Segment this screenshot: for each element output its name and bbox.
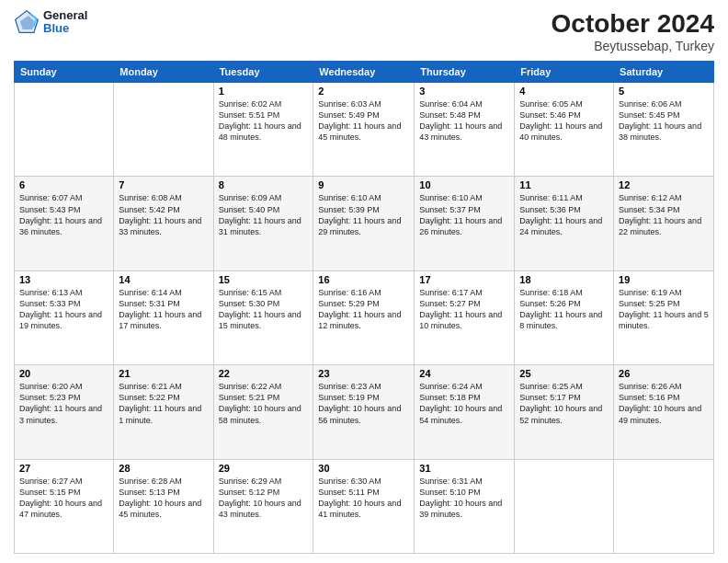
day-number: 12 <box>619 179 709 190</box>
day-number: 10 <box>419 179 509 190</box>
day-number: 15 <box>219 274 309 285</box>
day-number: 17 <box>419 274 509 285</box>
day-info: Sunrise: 6:28 AMSunset: 5:13 PMDaylight:… <box>119 476 208 521</box>
calendar-cell-2-6: 11Sunrise: 6:11 AMSunset: 5:36 PMDayligh… <box>515 177 614 270</box>
day-info: Sunrise: 6:20 AMSunset: 5:23 PMDaylight:… <box>19 381 108 426</box>
calendar-cell-5-4: 30Sunrise: 6:30 AMSunset: 5:11 PMDayligh… <box>313 459 415 553</box>
day-info: Sunrise: 6:06 AMSunset: 5:45 PMDaylight:… <box>619 98 709 144</box>
calendar-cell-5-2: 28Sunrise: 6:28 AMSunset: 5:13 PMDayligh… <box>114 459 213 553</box>
calendar-cell-2-4: 9Sunrise: 6:10 AMSunset: 5:39 PMDaylight… <box>313 177 415 270</box>
day-info: Sunrise: 6:07 AMSunset: 5:43 PMDaylight:… <box>19 192 108 237</box>
logo-text: General Blue <box>43 9 87 36</box>
day-info: Sunrise: 6:31 AMSunset: 5:10 PMDaylight:… <box>419 476 509 521</box>
day-info: Sunrise: 6:29 AMSunset: 5:12 PMDaylight:… <box>219 476 309 521</box>
day-info: Sunrise: 6:09 AMSunset: 5:40 PMDaylight:… <box>219 192 309 237</box>
logo: General Blue <box>14 9 87 36</box>
top-section: General Blue October 2024 Beytussebap, T… <box>14 9 714 53</box>
calendar-cell-3-1: 13Sunrise: 6:13 AMSunset: 5:33 PMDayligh… <box>15 270 114 364</box>
day-number: 11 <box>519 179 609 190</box>
calendar-cell-4-7: 26Sunrise: 6:26 AMSunset: 5:16 PMDayligh… <box>614 365 714 459</box>
day-number: 5 <box>619 86 709 97</box>
calendar-cell-3-5: 17Sunrise: 6:17 AMSunset: 5:27 PMDayligh… <box>415 270 515 364</box>
day-number: 2 <box>318 86 409 97</box>
day-info: Sunrise: 6:11 AMSunset: 5:36 PMDaylight:… <box>519 192 609 237</box>
calendar-cell-4-6: 25Sunrise: 6:25 AMSunset: 5:17 PMDayligh… <box>515 365 614 459</box>
calendar-cell-4-3: 22Sunrise: 6:22 AMSunset: 5:21 PMDayligh… <box>213 365 313 459</box>
calendar-cell-1-2 <box>114 83 213 177</box>
day-number: 30 <box>318 463 409 474</box>
logo-line2: Blue <box>43 21 69 35</box>
calendar-cell-2-5: 10Sunrise: 6:10 AMSunset: 5:37 PMDayligh… <box>415 177 515 270</box>
day-info: Sunrise: 6:03 AMSunset: 5:49 PMDaylight:… <box>318 98 409 144</box>
day-info: Sunrise: 6:05 AMSunset: 5:46 PMDaylight:… <box>519 98 609 144</box>
calendar-cell-4-5: 24Sunrise: 6:24 AMSunset: 5:18 PMDayligh… <box>415 365 515 459</box>
calendar-cell-5-3: 29Sunrise: 6:29 AMSunset: 5:12 PMDayligh… <box>213 459 313 553</box>
day-number: 19 <box>619 274 709 285</box>
calendar-cell-4-1: 20Sunrise: 6:20 AMSunset: 5:23 PMDayligh… <box>15 365 114 459</box>
day-info: Sunrise: 6:19 AMSunset: 5:25 PMDaylight:… <box>619 287 709 332</box>
page: General Blue October 2024 Beytussebap, T… <box>0 0 728 563</box>
day-number: 24 <box>419 368 509 379</box>
calendar-cell-5-5: 31Sunrise: 6:31 AMSunset: 5:10 PMDayligh… <box>415 459 515 553</box>
day-info: Sunrise: 6:10 AMSunset: 5:37 PMDaylight:… <box>419 192 509 237</box>
day-number: 8 <box>219 179 309 190</box>
day-number: 22 <box>219 368 309 379</box>
calendar-cell-3-7: 19Sunrise: 6:19 AMSunset: 5:25 PMDayligh… <box>614 270 714 364</box>
calendar-cell-2-3: 8Sunrise: 6:09 AMSunset: 5:40 PMDaylight… <box>213 177 313 270</box>
day-info: Sunrise: 6:10 AMSunset: 5:39 PMDaylight:… <box>318 192 409 237</box>
day-number: 4 <box>519 86 609 97</box>
header-tuesday: Tuesday <box>213 62 313 83</box>
day-info: Sunrise: 6:21 AMSunset: 5:22 PMDaylight:… <box>119 381 208 426</box>
calendar-cell-3-3: 15Sunrise: 6:15 AMSunset: 5:30 PMDayligh… <box>213 270 313 364</box>
calendar-cell-5-6 <box>515 459 614 553</box>
calendar-cell-1-5: 3Sunrise: 6:04 AMSunset: 5:48 PMDaylight… <box>415 83 515 177</box>
day-info: Sunrise: 6:02 AMSunset: 5:51 PMDaylight:… <box>219 98 309 144</box>
day-info: Sunrise: 6:27 AMSunset: 5:15 PMDaylight:… <box>19 476 108 521</box>
day-info: Sunrise: 6:26 AMSunset: 5:16 PMDaylight:… <box>619 381 709 426</box>
day-info: Sunrise: 6:30 AMSunset: 5:11 PMDaylight:… <box>318 476 409 521</box>
header-wednesday: Wednesday <box>313 62 415 83</box>
calendar-cell-3-2: 14Sunrise: 6:14 AMSunset: 5:31 PMDayligh… <box>114 270 213 364</box>
day-number: 23 <box>318 368 409 379</box>
calendar-cell-3-4: 16Sunrise: 6:16 AMSunset: 5:29 PMDayligh… <box>313 270 415 364</box>
day-number: 6 <box>19 179 108 190</box>
header-thursday: Thursday <box>415 62 515 83</box>
day-number: 3 <box>419 86 509 97</box>
calendar-cell-1-7: 5Sunrise: 6:06 AMSunset: 5:45 PMDaylight… <box>614 83 714 177</box>
day-number: 25 <box>519 368 609 379</box>
day-number: 1 <box>219 86 309 97</box>
day-info: Sunrise: 6:18 AMSunset: 5:26 PMDaylight:… <box>519 287 609 332</box>
location-subtitle: Beytussebap, Turkey <box>552 39 714 53</box>
calendar-cell-1-3: 1Sunrise: 6:02 AMSunset: 5:51 PMDaylight… <box>213 83 313 177</box>
day-info: Sunrise: 6:24 AMSunset: 5:18 PMDaylight:… <box>419 381 509 426</box>
calendar-week-3: 13Sunrise: 6:13 AMSunset: 5:33 PMDayligh… <box>15 270 714 364</box>
day-info: Sunrise: 6:04 AMSunset: 5:48 PMDaylight:… <box>419 98 509 144</box>
calendar-table: Sunday Monday Tuesday Wednesday Thursday… <box>14 61 714 554</box>
day-number: 26 <box>619 368 709 379</box>
calendar-week-2: 6Sunrise: 6:07 AMSunset: 5:43 PMDaylight… <box>15 177 714 270</box>
day-info: Sunrise: 6:14 AMSunset: 5:31 PMDaylight:… <box>119 287 208 332</box>
calendar-week-1: 1Sunrise: 6:02 AMSunset: 5:51 PMDaylight… <box>15 83 714 177</box>
calendar-cell-4-4: 23Sunrise: 6:23 AMSunset: 5:19 PMDayligh… <box>313 365 415 459</box>
logo-line1: General <box>43 8 87 22</box>
title-section: October 2024 Beytussebap, Turkey <box>552 9 714 53</box>
day-number: 28 <box>119 463 208 474</box>
calendar-cell-4-2: 21Sunrise: 6:21 AMSunset: 5:22 PMDayligh… <box>114 365 213 459</box>
calendar-cell-2-7: 12Sunrise: 6:12 AMSunset: 5:34 PMDayligh… <box>614 177 714 270</box>
logo-icon <box>14 9 40 35</box>
day-info: Sunrise: 6:15 AMSunset: 5:30 PMDaylight:… <box>219 287 309 332</box>
calendar-cell-2-2: 7Sunrise: 6:08 AMSunset: 5:42 PMDaylight… <box>114 177 213 270</box>
day-number: 7 <box>119 179 208 190</box>
calendar-cell-1-4: 2Sunrise: 6:03 AMSunset: 5:49 PMDaylight… <box>313 83 415 177</box>
month-title: October 2024 <box>552 9 714 39</box>
day-number: 29 <box>219 463 309 474</box>
calendar-cell-3-6: 18Sunrise: 6:18 AMSunset: 5:26 PMDayligh… <box>515 270 614 364</box>
day-number: 18 <box>519 274 609 285</box>
calendar-cell-5-1: 27Sunrise: 6:27 AMSunset: 5:15 PMDayligh… <box>15 459 114 553</box>
day-info: Sunrise: 6:16 AMSunset: 5:29 PMDaylight:… <box>318 287 409 332</box>
calendar-header-row: Sunday Monday Tuesday Wednesday Thursday… <box>15 62 714 83</box>
day-info: Sunrise: 6:08 AMSunset: 5:42 PMDaylight:… <box>119 192 208 237</box>
day-number: 14 <box>119 274 208 285</box>
day-info: Sunrise: 6:12 AMSunset: 5:34 PMDaylight:… <box>619 192 709 237</box>
day-info: Sunrise: 6:13 AMSunset: 5:33 PMDaylight:… <box>19 287 108 332</box>
